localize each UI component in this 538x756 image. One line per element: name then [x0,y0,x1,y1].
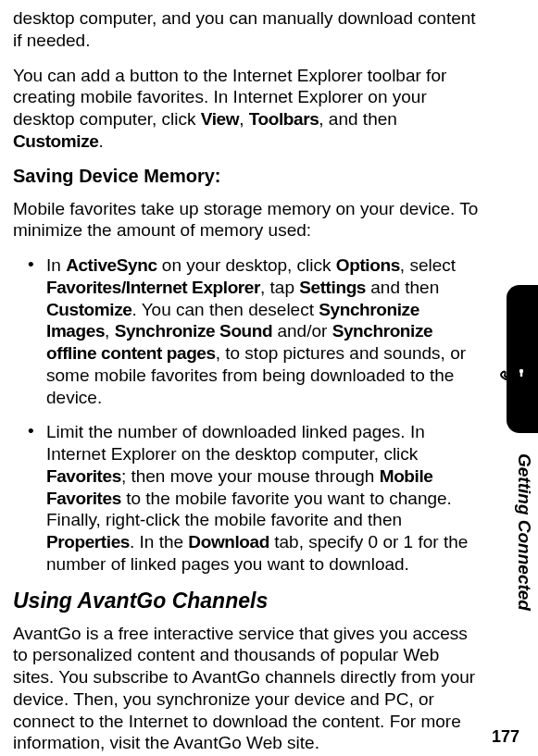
text: , [105,321,115,341]
text: and/or [272,321,332,341]
side-section-label: Getting Connected [514,453,534,611]
bullet-text: In ActiveSync on your desktop, click Opt… [46,254,479,408]
term-activesync: ActiveSync [66,255,156,275]
term-favorites-ie: Favorites/Internet Explorer [46,278,260,297]
text: , [239,109,249,129]
text: . In the [130,532,188,552]
menu-view: View [201,109,239,129]
text: ; then move your mouse through [121,466,380,486]
page-number: 177 [492,727,519,747]
text: . [98,131,103,151]
text: , and then [319,109,397,129]
bullet-marker: • [13,254,46,408]
term-favorites: Favorites [46,466,121,486]
text: , tap [260,278,299,297]
list-item: • Limit the number of downloaded linked … [13,421,479,575]
section-heading-avantgo: Using AvantGo Channels [13,589,479,613]
paragraph-toolbar-tip: You can add a button to the Internet Exp… [13,65,479,153]
term-options: Options [336,255,400,275]
paragraph-continued: desktop computer, and you can manually d… [13,7,479,52]
lock-key-icon [499,352,532,389]
bullet-marker: • [13,421,46,575]
bullet-text: Limit the number of downloaded linked pa… [46,421,479,575]
heading-saving-memory: Saving Device Memory: [13,166,479,187]
term-sync-sound: Synchronize Sound [115,321,273,341]
term-properties: Properties [46,532,130,552]
paragraph-memory-intro: Mobile favorites take up storage memory … [13,198,479,242]
menu-customize: Customize [13,131,98,151]
term-settings: Settings [299,278,366,297]
text: Limit the number of downloaded linked pa… [46,422,425,464]
menu-toolbars: Toolbars [249,109,319,129]
term-customize: Customize [46,300,131,319]
text: , select [400,255,456,275]
paragraph-avantgo: AvantGo is a free interactive service th… [13,623,479,755]
list-item: • In ActiveSync on your desktop, click O… [13,254,479,408]
svg-rect-2 [520,371,522,377]
text: on your desktop, click [157,255,336,275]
term-download: Download [188,532,269,552]
text: In [46,255,66,275]
page-content: desktop computer, and you can manually d… [0,0,505,754]
bullet-list: • In ActiveSync on your desktop, click O… [13,254,479,576]
text: and then [366,278,439,297]
text: . You can then deselect [131,300,319,319]
